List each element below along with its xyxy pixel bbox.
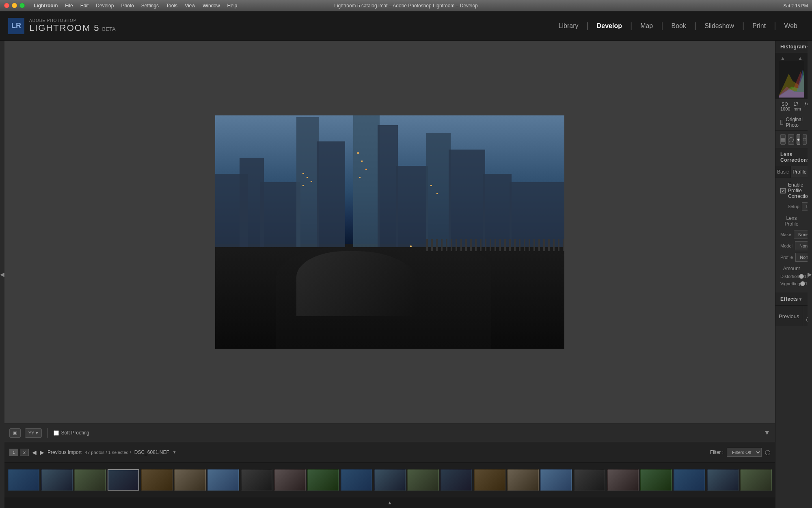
close-button[interactable] xyxy=(4,3,9,8)
lc-body: Enable Profile Corrections Setup Default… xyxy=(775,178,808,293)
menu-settings[interactable]: Settings xyxy=(139,3,161,9)
filmstrip-thumb-6[interactable] xyxy=(174,469,206,491)
tool-grid-icon[interactable]: ▦ xyxy=(780,134,786,145)
reset-button[interactable]: Reset (Adobe) xyxy=(803,306,808,326)
filmstrip-thumb-5[interactable] xyxy=(141,469,173,491)
distortion-thumb[interactable] xyxy=(799,274,804,279)
menu-photo[interactable]: Photo xyxy=(119,3,136,9)
hist-right-arrow[interactable]: ▲ xyxy=(798,55,803,61)
lr-adobe-label: ADOBE PHOTOSHOP xyxy=(29,18,116,23)
filmstrip-thumb-3[interactable] xyxy=(74,469,106,491)
menu-edit[interactable]: Edit xyxy=(78,3,91,9)
original-photo-row: Original Photo xyxy=(775,114,808,130)
page-1-btn[interactable]: 1 xyxy=(9,449,18,456)
effects-header[interactable]: Effects ▼ xyxy=(775,293,808,305)
exif-iso: ISO 1600 xyxy=(780,102,790,112)
lr-beta-label: BETA xyxy=(102,26,116,32)
menu-window[interactable]: Window xyxy=(200,3,222,9)
nav-sep-2: | xyxy=(630,21,632,30)
film-count: 47 photos / 1 selected / xyxy=(85,450,131,455)
profile-select[interactable]: None xyxy=(795,253,808,262)
film-nav-prev-btn[interactable]: ◀ xyxy=(32,449,37,456)
lc-tab-profile[interactable]: Profile xyxy=(791,166,808,178)
make-row: Make None xyxy=(780,230,803,239)
menu-file[interactable]: File xyxy=(63,3,75,9)
original-photo-checkbox[interactable] xyxy=(780,120,783,125)
vignetting-thumb[interactable] xyxy=(800,281,805,286)
left-panel-toggle[interactable]: ◀ xyxy=(0,41,4,508)
film-filename: DSC_6081.NEF xyxy=(134,449,169,455)
filmstrip-thumb-20[interactable] xyxy=(640,469,672,491)
bottom-arrow-icon[interactable]: ▲ xyxy=(387,500,392,506)
setup-select[interactable]: Default xyxy=(802,202,808,211)
make-select[interactable]: None xyxy=(794,230,808,239)
nav-book[interactable]: Book xyxy=(665,20,692,32)
filmstrip-thumb-19[interactable] xyxy=(607,469,639,491)
menu-help[interactable]: Help xyxy=(225,3,240,9)
filmstrip-thumb-7[interactable] xyxy=(207,469,239,491)
nav-web[interactable]: Web xyxy=(777,20,804,32)
make-label: Make xyxy=(780,232,791,237)
tool-redeye-icon[interactable]: □ xyxy=(803,134,806,145)
menu-tools[interactable]: Tools xyxy=(164,3,180,9)
right-panel-toggle[interactable]: ▶ xyxy=(808,41,812,508)
filmstrip-thumb-16[interactable] xyxy=(507,469,539,491)
expand-icon[interactable]: ▼ xyxy=(764,429,770,436)
maximize-button[interactable] xyxy=(19,3,25,8)
mac-menu: Lightroom File Edit Develop Photo Settin… xyxy=(31,3,240,9)
filmstrip-thumb-18[interactable] xyxy=(574,469,605,491)
nav-sep-1: | xyxy=(586,21,588,30)
minimize-button[interactable] xyxy=(12,3,17,8)
lens-corrections-header[interactable]: Lens Corrections ▼ xyxy=(775,148,808,166)
menu-develop[interactable]: Develop xyxy=(93,3,116,9)
page-2-btn[interactable]: 2 xyxy=(20,449,29,456)
filmstrip-thumb-14[interactable] xyxy=(441,469,472,491)
filmstrip-thumb-21[interactable] xyxy=(674,469,705,491)
tool-crop-icon[interactable]: ◯ xyxy=(788,134,794,145)
filter-label: Filter : xyxy=(710,449,723,455)
filmstrip-thumb-1[interactable] xyxy=(8,469,39,491)
filmstrip-thumb-15[interactable] xyxy=(474,469,505,491)
filmstrip-thumb-4[interactable] xyxy=(108,469,139,491)
filename-arrow[interactable]: ▼ xyxy=(173,450,177,454)
film-nav-next-btn[interactable]: ▶ xyxy=(40,449,44,456)
view-mode-btn[interactable]: ▣ xyxy=(9,428,21,438)
filmstrip-thumb-11[interactable] xyxy=(341,469,372,491)
nav-develop[interactable]: Develop xyxy=(590,20,628,32)
nav-print[interactable]: Print xyxy=(746,20,772,32)
filmstrip-thumb-12[interactable] xyxy=(374,469,406,491)
bottom-bar: ▲ xyxy=(4,497,775,508)
filmstrip-thumb-9[interactable] xyxy=(274,469,306,491)
soft-proofing-checkbox[interactable] xyxy=(54,430,59,436)
building-4 xyxy=(317,141,345,247)
filmstrip-thumb-13[interactable] xyxy=(407,469,439,491)
tool-spot-icon[interactable]: ● xyxy=(797,134,800,145)
nav-map[interactable]: Map xyxy=(634,20,659,32)
enable-profile-corrections-checkbox[interactable] xyxy=(780,188,786,193)
building-5 xyxy=(378,125,398,247)
previous-button[interactable]: Previous xyxy=(775,306,803,326)
filmstrip-thumb-17[interactable] xyxy=(540,469,572,491)
filmstrip-thumb-8[interactable] xyxy=(241,469,272,491)
light-5 xyxy=(357,152,359,154)
profile-label: Profile xyxy=(780,255,793,260)
filmstrip-thumb-2[interactable] xyxy=(41,469,73,491)
distortion-label: Distortion xyxy=(780,274,799,279)
nav-library[interactable]: Library xyxy=(552,20,585,32)
yy-btn[interactable]: YY ▾ xyxy=(25,428,42,438)
filmstrip-thumb-23[interactable] xyxy=(740,469,772,491)
histogram-header[interactable]: Histogram ▼ xyxy=(775,41,808,53)
filmstrip-thumb-22[interactable] xyxy=(707,469,739,491)
menu-lightroom[interactable]: Lightroom xyxy=(31,3,60,9)
menu-view[interactable]: View xyxy=(182,3,198,9)
lc-tab-basic[interactable]: Basic xyxy=(775,166,791,178)
hist-left-arrow[interactable]: ▲ xyxy=(780,55,785,61)
import-label: Previous Import xyxy=(48,449,82,455)
model-select[interactable]: None xyxy=(795,241,808,250)
photo-area xyxy=(4,41,775,423)
filter-select[interactable]: Filters Off xyxy=(727,448,762,457)
filmstrip-collapse-icon[interactable]: ◯ xyxy=(765,449,770,455)
filmstrip-thumb-10[interactable] xyxy=(307,469,339,491)
vignetting-row: Vignetting 100 xyxy=(780,281,803,286)
nav-slideshow[interactable]: Slideshow xyxy=(698,20,741,32)
